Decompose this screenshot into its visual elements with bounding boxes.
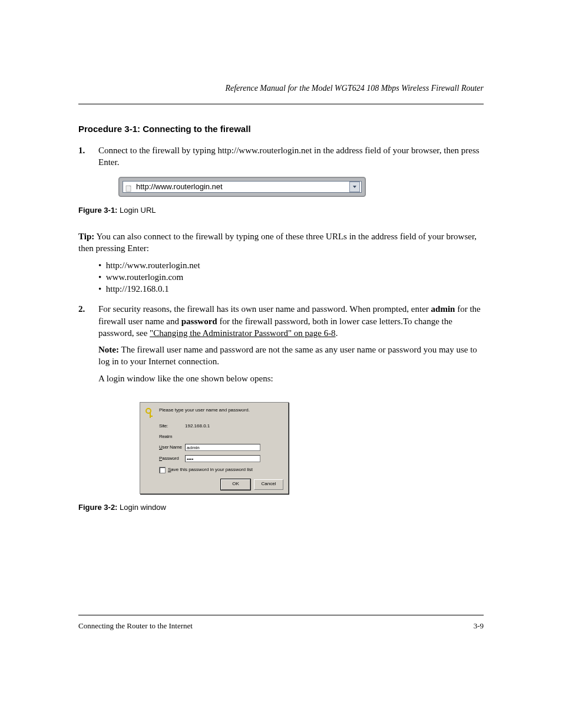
figure-3-2-caption: Figure 3-2: Login window [78, 502, 484, 513]
save-password-checkbox[interactable] [159, 467, 166, 473]
svg-rect-2 [150, 412, 151, 418]
footer-rule [78, 615, 484, 615]
note-label: Note: [98, 345, 119, 354]
page-footer: Connecting the Router to the Internet 3-… [78, 621, 484, 631]
key-icon [145, 407, 156, 419]
tip-url-3: http://192.168.0.1 [106, 284, 169, 294]
password-input[interactable] [185, 455, 260, 462]
tip-url-2: www.routerlogin.com [106, 272, 184, 282]
tip-text: You can also connect to the firewall by … [78, 232, 477, 253]
note-text: The firewall user name and password are … [98, 345, 477, 366]
site-value: 192.168.0.1 [185, 423, 210, 430]
figure-login-dialog: Please type your user name and password.… [140, 402, 289, 495]
procedure-title: Procedure 3-1: Connecting to the firewal… [78, 124, 484, 134]
chevron-down-icon [352, 185, 357, 189]
page-header: Reference Manual for the Model WGT624 10… [78, 84, 484, 93]
step-1: Connect to the firewall by typing http:/… [78, 144, 484, 295]
figure-3-1-caption: Figure 3-1: Login URL [78, 205, 484, 216]
svg-rect-3 [150, 416, 153, 417]
tip-url-1: http://www.routerlogin.net [106, 261, 200, 270]
site-label: Site: [159, 423, 185, 430]
page-icon [125, 183, 133, 190]
ok-button[interactable]: OK [221, 479, 250, 490]
footer-section: Connecting the Router to the Internet [78, 621, 193, 631]
note-followup: A login window like the one shown below … [98, 373, 484, 384]
username-input[interactable] [185, 444, 260, 451]
address-bar-text: http://www.routerlogin.net [136, 182, 349, 192]
dropdown-button[interactable] [349, 182, 360, 192]
figure-address-bar: http://www.routerlogin.net [118, 177, 366, 197]
realm-label: Realm [159, 434, 185, 440]
password-label: Password [159, 456, 185, 462]
username-label: User Name [159, 444, 185, 451]
browser-address-bar[interactable]: http://www.routerlogin.net [123, 181, 362, 193]
step-2: For security reasons, the firewall has i… [78, 303, 484, 513]
cancel-button[interactable]: Cancel [254, 479, 283, 490]
tip-label: Tip: [78, 232, 94, 241]
save-password-label: Save this password in your password list [168, 467, 253, 473]
footer-page-number: 3-9 [474, 621, 484, 631]
svg-rect-0 [126, 186, 131, 192]
header-rule [78, 104, 484, 104]
dialog-prompt: Please type your user name and password. [159, 407, 250, 414]
